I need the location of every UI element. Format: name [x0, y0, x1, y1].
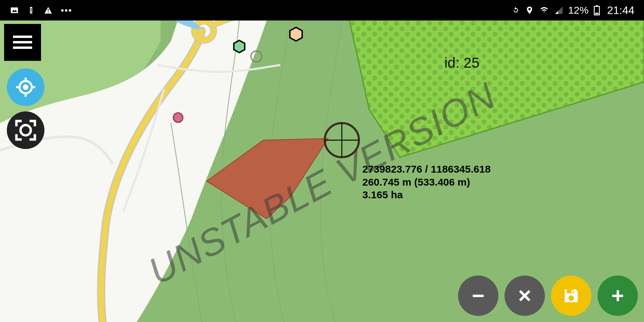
- svg-rect-0: [11, 8, 18, 13]
- image-icon: [10, 5, 19, 15]
- svg-rect-42: [572, 290, 573, 293]
- target-icon: [15, 76, 37, 98]
- remove-vertex-button[interactable]: [458, 276, 498, 316]
- signal-icon: [554, 6, 563, 15]
- save-icon: [562, 286, 580, 305]
- more-icon: •••: [61, 5, 72, 16]
- refresh-icon: [511, 6, 520, 15]
- svg-rect-7: [48, 12, 49, 13]
- exclamation-icon: [27, 6, 36, 15]
- status-bar: ••• 12% 21:44: [0, 0, 644, 21]
- wifi-icon: [539, 6, 550, 15]
- svg-rect-29: [13, 41, 32, 43]
- svg-point-24: [173, 113, 183, 122]
- plus-icon: [609, 287, 627, 305]
- settings-button[interactable]: [7, 111, 44, 149]
- svg-marker-21: [234, 40, 245, 53]
- svg-rect-45: [612, 295, 623, 297]
- warning-icon: [43, 6, 53, 15]
- svg-rect-13: [595, 13, 599, 14]
- svg-rect-12: [596, 5, 598, 6]
- svg-point-8: [528, 8, 531, 11]
- crosshair-cursor: [321, 120, 362, 161]
- svg-rect-3: [31, 8, 31, 12]
- battery-icon: [593, 5, 600, 15]
- hamburger-icon: [13, 35, 32, 50]
- svg-rect-6: [48, 9, 49, 12]
- status-left: •••: [10, 5, 72, 16]
- coord-line-3: 3.165 ha: [362, 188, 491, 201]
- svg-point-32: [23, 84, 28, 90]
- svg-marker-9: [555, 6, 563, 14]
- coord-line-1: 2739823.776 / 1186345.618: [362, 163, 491, 176]
- svg-rect-28: [13, 36, 32, 38]
- close-icon: [516, 287, 533, 304]
- svg-point-37: [21, 125, 31, 135]
- svg-rect-38: [473, 295, 484, 297]
- status-right: 12% 21:44: [511, 4, 634, 17]
- viewfinder-icon: [14, 118, 38, 142]
- cancel-button[interactable]: [505, 276, 545, 316]
- save-button[interactable]: [551, 276, 591, 316]
- minus-icon: [469, 287, 487, 305]
- location-pin-icon: [525, 5, 534, 15]
- app-screen: { "status_bar": { "battery_pct": "12%", …: [0, 0, 644, 322]
- svg-marker-22: [290, 27, 302, 41]
- edit-action-row: [458, 276, 638, 316]
- menu-button[interactable]: [4, 24, 41, 61]
- svg-rect-30: [13, 46, 32, 49]
- svg-rect-4: [31, 12, 31, 13]
- feature-id-label: id: 25: [444, 55, 480, 71]
- gps-locate-button[interactable]: [7, 68, 44, 106]
- coord-line-2: 260.745 m (533.406 m): [362, 176, 491, 189]
- add-vertex-button[interactable]: [598, 276, 638, 316]
- coordinate-readout: 2739823.776 / 1186345.618 260.745 m (533…: [362, 163, 491, 201]
- clock-time: 21:44: [607, 4, 634, 17]
- svg-point-43: [568, 295, 574, 301]
- battery-percent: 12%: [568, 4, 589, 16]
- svg-marker-10: [555, 11, 558, 14]
